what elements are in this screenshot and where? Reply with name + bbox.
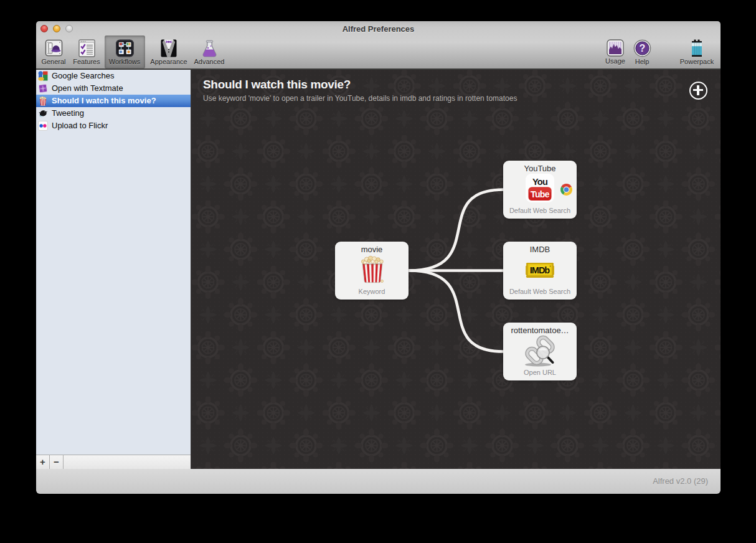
svg-text:IMDb: IMDb: [530, 265, 550, 275]
svg-text:Tube: Tube: [531, 189, 550, 199]
svg-text:?: ?: [639, 43, 645, 54]
svg-text:You: You: [532, 177, 547, 187]
